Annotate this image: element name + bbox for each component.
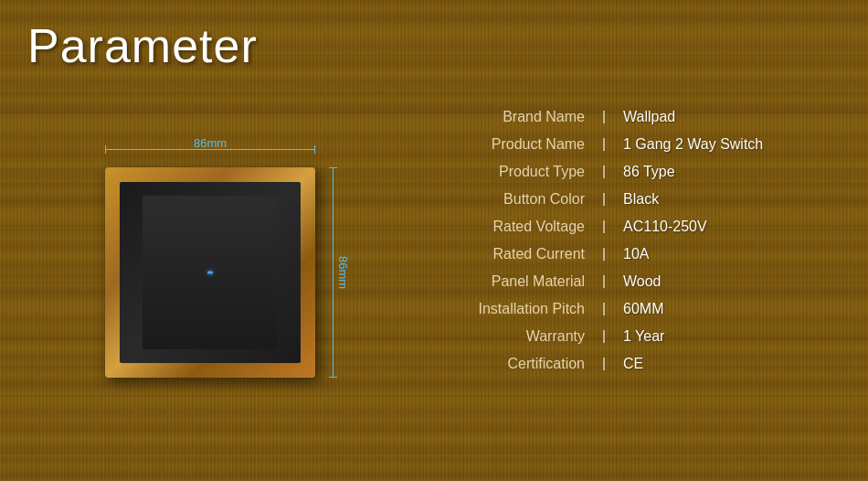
param-row: Button ColorBlack — [439, 186, 841, 213]
page-content: Parameter 86mm 86mm — [0, 0, 868, 481]
param-row: Rated VoltageAC110-250V — [439, 213, 841, 240]
height-label: 86mm — [335, 256, 349, 289]
right-section: Brand NameWallpadProduct Name1 Gang 2 Wa… — [420, 0, 868, 481]
param-value: 1 Gang 2 Way Switch — [605, 136, 763, 153]
switch-panel — [105, 167, 315, 378]
param-label: Panel Material — [439, 273, 603, 290]
param-value: 10A — [605, 246, 649, 262]
switch-led — [207, 271, 213, 273]
param-label: Warranty — [439, 328, 603, 345]
page-title: Parameter — [27, 18, 393, 73]
param-row: Panel MaterialWood — [439, 268, 841, 295]
param-row: Installation Pitch60MM — [439, 295, 841, 323]
param-label: Product Name — [439, 136, 603, 153]
param-value: Wood — [605, 273, 662, 290]
param-row: Brand NameWallpad — [439, 103, 841, 131]
param-row: Product Type86 Type — [439, 158, 841, 186]
switch-button[interactable] — [143, 196, 279, 349]
product-container: 86mm 86mm — [27, 82, 393, 463]
param-row: Rated Current10A — [439, 240, 841, 268]
switch-inner — [120, 182, 301, 363]
param-label: Installation Pitch — [439, 301, 603, 317]
param-label: Button Color — [439, 191, 603, 208]
param-row: CertificationCE — [439, 350, 841, 378]
param-row: Warranty1 Year — [439, 323, 841, 350]
param-label: Brand Name — [439, 109, 603, 125]
dimension-line-vertical — [333, 167, 333, 378]
param-label: Certification — [439, 356, 603, 372]
param-value: 1 Year — [605, 328, 664, 345]
param-value: 60MM — [605, 301, 663, 317]
param-value: CE — [605, 356, 643, 372]
param-label: Rated Current — [439, 246, 603, 262]
width-label: 86mm — [194, 136, 227, 150]
param-value: AC110-250V — [605, 219, 707, 235]
param-row: Product Name1 Gang 2 Way Switch — [439, 131, 841, 158]
param-value: Black — [605, 191, 659, 208]
left-section: Parameter 86mm 86mm — [0, 0, 420, 481]
param-value: Wallpad — [605, 109, 675, 125]
param-value: 86 Type — [605, 164, 675, 180]
params-table: Brand NameWallpadProduct Name1 Gang 2 Wa… — [439, 103, 841, 378]
param-label: Product Type — [439, 164, 603, 180]
param-label: Rated Voltage — [439, 219, 603, 235]
